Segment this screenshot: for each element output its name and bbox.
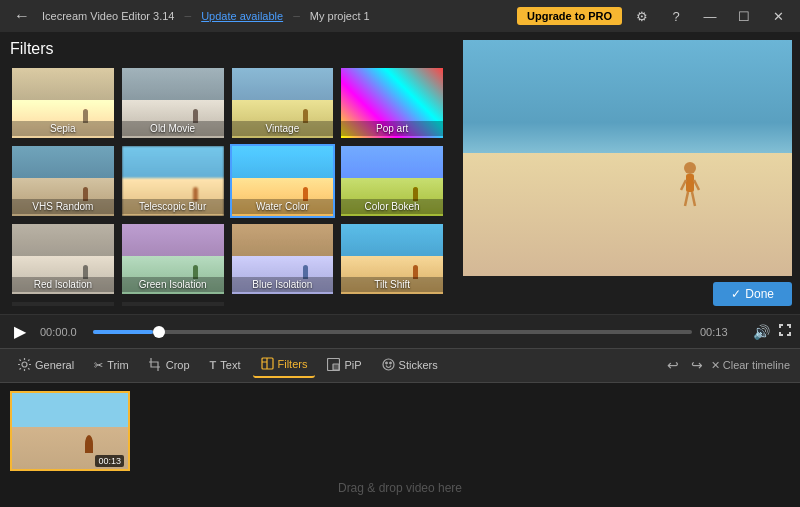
filter-item-old-movie[interactable]: Old Movie [120, 66, 226, 140]
filter-item-green-isolation[interactable]: Green Isolation [120, 222, 226, 296]
filter-label-pop-art: Pop art [341, 121, 443, 136]
filter-label-telescopic-blur: Telescopic Blur [122, 199, 224, 214]
filter-label-green-isolation: Green Isolation [122, 277, 224, 292]
app-title: Icecream Video Editor 3.14 [42, 10, 174, 22]
filter-thumb-color-bokeh: Color Bokeh [341, 146, 443, 216]
filters-grid: Sepia Old Movie Vintage Pop art VHS Rand… [10, 66, 445, 306]
update-link[interactable]: Update available [201, 10, 283, 22]
tool-stickers[interactable]: Stickers [374, 354, 446, 377]
filter-thumb-telescopic-blur: Telescopic Blur [122, 146, 224, 216]
filter-item-sepia[interactable]: Sepia [10, 66, 116, 140]
beach-sand [463, 153, 792, 276]
svg-point-12 [389, 362, 391, 364]
done-button[interactable]: ✓ Done [713, 282, 792, 306]
filter-thumb-old-movie: Old Movie [122, 68, 224, 138]
tool-general[interactable]: General [10, 354, 82, 377]
filters-title: Filters [10, 40, 445, 58]
play-button[interactable]: ▶ [8, 320, 32, 344]
filter-thumb-pop-art: Pop art [341, 68, 443, 138]
svg-line-4 [685, 192, 688, 206]
close-button[interactable]: ✕ [764, 2, 792, 30]
progress-fill [93, 330, 153, 334]
beach-scene [463, 40, 792, 276]
filter-label-color-bokeh: Color Bokeh [341, 199, 443, 214]
top-area: Filters Sepia Old Movie Vintage [0, 32, 800, 314]
filter-item-blue-isolation[interactable]: Blue Isolation [230, 222, 336, 296]
filter-label-water-color: Water Color [232, 199, 334, 214]
filter-label-red-isolation: Red Isolation [12, 277, 114, 292]
filters-scroll-area[interactable]: Sepia Old Movie Vintage Pop art VHS Rand… [10, 66, 445, 306]
filter-item-telescopic-blur[interactable]: Telescopic Blur [120, 144, 226, 218]
svg-line-5 [692, 192, 695, 206]
svg-line-2 [681, 180, 686, 190]
filters-icon [261, 357, 274, 372]
filter-item-extra2[interactable] [120, 300, 226, 306]
svg-point-6 [22, 362, 27, 367]
tool-text[interactable]: T Text [202, 355, 249, 375]
filter-item-tilt-shift[interactable]: Tilt Shift [339, 222, 445, 296]
filter-item-vhs-random[interactable]: VHS Random [10, 144, 116, 218]
beach-person [680, 162, 700, 210]
done-check-icon: ✓ [731, 287, 741, 301]
tool-filters[interactable]: Filters [253, 353, 316, 378]
filter-thumb-green-isolation: Green Isolation [122, 224, 224, 294]
back-button[interactable]: ← [8, 5, 36, 27]
tool-trim[interactable]: ✂ Trim [86, 355, 137, 376]
timeline: 00:13 Drag & drop video here [0, 383, 800, 507]
done-button-area: ✓ Done [463, 276, 792, 306]
undo-button[interactable]: ↩ [663, 355, 683, 375]
settings-button[interactable]: ⚙ [628, 2, 656, 30]
clear-timeline-button[interactable]: ✕ Clear timeline [711, 359, 790, 372]
tool-text-label: Text [220, 359, 240, 371]
filter-thumb-extra2 [122, 302, 224, 306]
playback-controls: ▶ 00:00.0 00:13 🔊 [0, 314, 800, 348]
tool-crop[interactable]: Crop [141, 354, 198, 377]
progress-knob[interactable] [153, 326, 165, 338]
help-button[interactable]: ? [662, 2, 690, 30]
filter-thumb-water-color: Water Color [232, 146, 334, 216]
fullscreen-button[interactable] [778, 323, 792, 340]
clear-label: Clear timeline [723, 359, 790, 371]
tool-pip-label: PiP [344, 359, 361, 371]
main-content: Filters Sepia Old Movie Vintage [0, 32, 800, 507]
crop-icon [149, 358, 162, 373]
filter-thumb-extra1 [12, 302, 114, 306]
timeline-clip[interactable]: 00:13 [10, 391, 130, 471]
timeline-track: 00:13 [10, 391, 790, 471]
svg-rect-9 [333, 364, 339, 370]
titlebar-right: Upgrade to PRO ⚙ ? — ☐ ✕ [517, 2, 792, 30]
filter-item-vintage[interactable]: Vintage [230, 66, 336, 140]
redo-button[interactable]: ↪ [687, 355, 707, 375]
undo-redo-area: ↩ ↪ ✕ Clear timeline [663, 355, 790, 375]
svg-point-10 [383, 359, 394, 370]
upgrade-button[interactable]: Upgrade to PRO [517, 7, 622, 25]
filter-thumb-red-isolation: Red Isolation [12, 224, 114, 294]
tool-general-label: General [35, 359, 74, 371]
minimize-button[interactable]: — [696, 2, 724, 30]
filter-label-old-movie: Old Movie [122, 121, 224, 136]
tool-crop-label: Crop [166, 359, 190, 371]
svg-line-3 [694, 180, 699, 190]
tool-pip[interactable]: PiP [319, 354, 369, 377]
filter-item-pop-art[interactable]: Pop art [339, 66, 445, 140]
tool-filters-label: Filters [278, 358, 308, 370]
svg-point-0 [684, 162, 696, 174]
progress-bar[interactable] [93, 330, 692, 334]
svg-rect-1 [686, 174, 694, 192]
filter-item-color-bokeh[interactable]: Color Bokeh [339, 144, 445, 218]
preview-video [463, 40, 792, 276]
filter-item-red-isolation[interactable]: Red Isolation [10, 222, 116, 296]
filter-item-water-color[interactable]: Water Color [230, 144, 336, 218]
stickers-icon [382, 358, 395, 373]
maximize-button[interactable]: ☐ [730, 2, 758, 30]
volume-button[interactable]: 🔊 [753, 324, 770, 340]
filter-thumb-blue-isolation: Blue Isolation [232, 224, 334, 294]
done-label: Done [745, 287, 774, 301]
filter-thumb-vhs-random: VHS Random [12, 146, 114, 216]
title-separator2: – [293, 9, 300, 23]
filter-label-vintage: Vintage [232, 121, 334, 136]
project-name: My project 1 [310, 10, 370, 22]
beach-water [463, 40, 792, 158]
text-icon: T [210, 359, 217, 371]
filter-item-extra1[interactable] [10, 300, 116, 306]
